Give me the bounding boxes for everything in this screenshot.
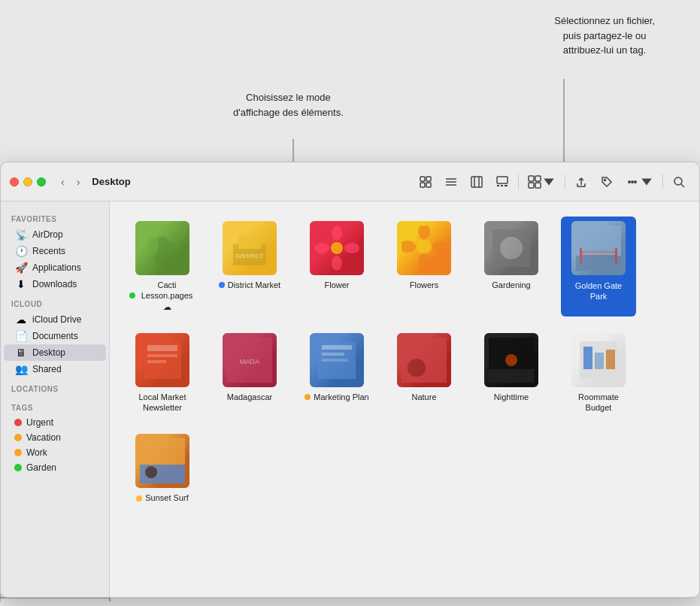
svg-rect-68 — [147, 360, 166, 363]
svg-point-54 — [418, 253, 430, 270]
file-item-roommate[interactable]: RoommateBudget — [561, 329, 636, 418]
search-button[interactable] — [668, 172, 690, 192]
view-column-button[interactable] — [465, 172, 488, 192]
svg-rect-66 — [147, 345, 177, 351]
cacti-name: CactiLesson.pages ☁ — [138, 280, 195, 312]
minimize-button[interactable] — [23, 177, 32, 186]
sidebar: Favorites 📡 AirDrop 🕐 Recents 🚀 Applicat… — [1, 201, 110, 597]
svg-point-43 — [167, 241, 176, 256]
close-button[interactable] — [10, 177, 19, 186]
svg-point-49 — [332, 256, 342, 271]
svg-point-58 — [500, 237, 523, 259]
file-item-flowers[interactable]: Flowers — [386, 217, 462, 317]
urgent-dot — [14, 419, 22, 426]
svg-rect-62 — [615, 248, 617, 263]
file-thumb-cacti — [135, 221, 189, 275]
shared-label: Shared — [32, 364, 62, 374]
sunsetsurf-name: Sunset Surf — [145, 492, 188, 503]
svg-rect-82 — [595, 353, 604, 369]
sidebar-item-urgent[interactable]: Urgent — [4, 415, 106, 430]
sidebar-item-garden[interactable]: Garden — [4, 460, 106, 475]
svg-rect-72 — [322, 345, 352, 350]
garden-label: Garden — [26, 462, 56, 473]
view-icon-button[interactable] — [414, 172, 437, 192]
file-item-cacti[interactable]: CactiLesson.pages ☁ — [125, 217, 200, 317]
svg-point-76 — [408, 359, 426, 377]
sidebar-item-recents[interactable]: 🕐 Recents — [4, 243, 106, 259]
district-name: District Market — [228, 280, 280, 290]
sidebar-item-documents[interactable]: 📄 Documents — [4, 328, 106, 344]
svg-point-50 — [314, 243, 329, 253]
svg-rect-16 — [420, 183, 425, 187]
roommate-name: RoommateBudget — [578, 392, 619, 414]
titlebar: ‹ › Desktop — [1, 162, 699, 201]
tag-button[interactable] — [595, 172, 618, 192]
district-name-row: District Market — [219, 280, 280, 290]
svg-text:DISTRICT: DISTRICT — [236, 253, 264, 259]
toolbar-divider-1 — [518, 174, 519, 189]
share-button[interactable] — [570, 172, 592, 192]
svg-rect-74 — [322, 359, 348, 362]
file-item-nighttime[interactable]: Nighttime — [474, 329, 549, 418]
svg-rect-75 — [402, 338, 447, 383]
file-item-nature[interactable]: Nature — [386, 329, 462, 418]
file-thumb-nighttime — [484, 333, 538, 387]
group-by-button[interactable] — [523, 172, 560, 192]
forward-button[interactable]: › — [74, 174, 83, 189]
svg-point-55 — [402, 241, 416, 253]
svg-rect-14 — [420, 177, 425, 181]
file-item-district[interactable]: DISTRICT District Market — [212, 217, 287, 317]
file-thumb-flowers — [397, 221, 451, 275]
file-item-madagascar[interactable]: MADA Madagascar — [212, 329, 287, 418]
file-item-sunsetsurf[interactable]: Sunset Surf — [125, 429, 200, 508]
svg-rect-67 — [147, 354, 177, 357]
marketing-name: Marketing Plan — [314, 392, 368, 402]
maximize-button[interactable] — [37, 177, 46, 186]
recents-icon: 🕐 — [14, 245, 28, 257]
locations-label: Locations — [1, 377, 109, 396]
sidebar-item-applications[interactable]: 🚀 Applications — [4, 259, 106, 276]
icloud-drive-label: iCloud Drive — [32, 314, 81, 325]
file-item-marketing[interactable]: Marketing Plan — [299, 329, 374, 418]
sidebar-item-shared[interactable]: 👥 Shared — [4, 361, 106, 377]
svg-rect-23 — [471, 177, 482, 187]
sidebar-item-work[interactable]: Work — [4, 445, 106, 460]
svg-rect-61 — [580, 248, 582, 263]
file-item-flower[interactable]: Flower — [299, 217, 374, 317]
sidebar-item-airdrop[interactable]: 📡 AirDrop — [4, 226, 106, 243]
svg-rect-24 — [497, 177, 508, 183]
marketing-name-row: Marketing Plan — [305, 392, 368, 402]
sidebar-item-icloud-drive[interactable]: ☁ iCloud Drive — [4, 311, 106, 328]
svg-rect-31 — [535, 183, 541, 188]
documents-icon: 📄 — [14, 330, 28, 342]
svg-rect-84 — [140, 438, 185, 465]
airdrop-label: AirDrop — [32, 229, 63, 240]
icloud-drive-icon: ☁ — [14, 314, 28, 326]
svg-point-34 — [605, 179, 606, 180]
svg-point-35 — [629, 180, 630, 182]
toolbar-divider-3 — [662, 174, 663, 189]
desktop-label: Desktop — [32, 347, 65, 358]
svg-rect-15 — [426, 177, 431, 181]
more-button[interactable] — [621, 172, 658, 192]
sidebar-item-vacation[interactable]: Vacation — [4, 430, 106, 445]
sidebar-item-downloads[interactable]: ⬇ Downloads — [4, 276, 106, 292]
svg-point-42 — [148, 237, 159, 255]
downloads-label: Downloads — [32, 279, 77, 289]
svg-rect-30 — [529, 183, 534, 188]
airdrop-icon: 📡 — [14, 229, 28, 241]
sidebar-item-desktop[interactable]: 🖥 Desktop — [4, 344, 106, 361]
file-item-gardening[interactable]: Gardening — [474, 217, 549, 317]
back-button[interactable]: ‹ — [58, 174, 68, 189]
view-gallery-button[interactable] — [491, 172, 514, 192]
svg-marker-32 — [544, 178, 554, 185]
sunsetsurf-name-row: Sunset Surf — [136, 492, 188, 503]
desktop-icon: 🖥 — [14, 347, 28, 359]
annotation-top-mid: Choisissez le mode d'affichage des éléme… — [233, 90, 344, 120]
svg-rect-28 — [529, 176, 534, 181]
finder-window: ‹ › Desktop — [0, 162, 700, 598]
view-list-button[interactable] — [440, 172, 462, 192]
file-item-goldengate[interactable]: Golden Gate Park — [561, 217, 636, 317]
file-item-localmarket[interactable]: Local MarketNewsletter — [125, 329, 200, 418]
icloud-label: iCloud — [1, 292, 109, 311]
